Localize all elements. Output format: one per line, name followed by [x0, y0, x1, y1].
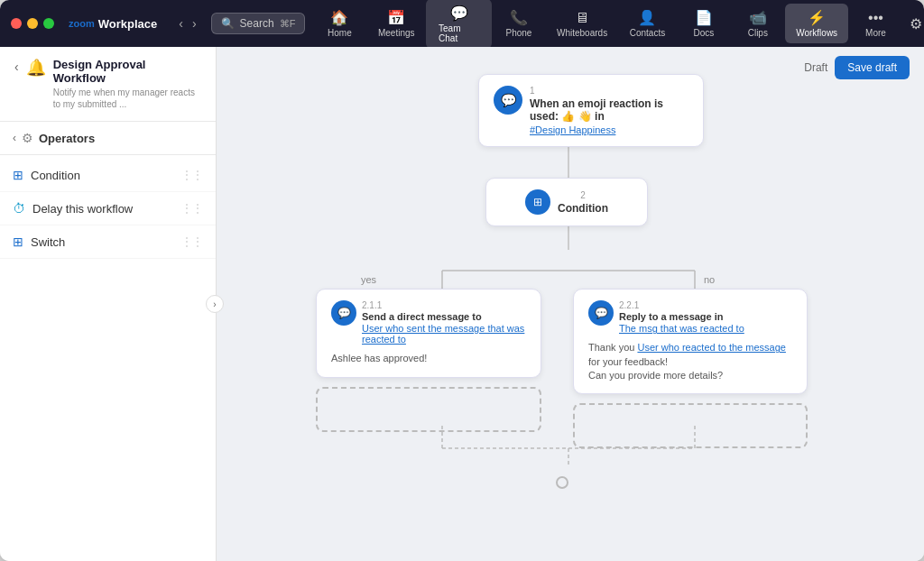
workflow-info: Design Approval Workflow Notify me when … [53, 58, 201, 110]
merge-circle [556, 476, 568, 489]
panel-back-icon[interactable]: ‹ [13, 132, 16, 144]
draft-label: Draft [804, 61, 827, 74]
contacts-icon: 👤 [638, 9, 656, 26]
team-chat-icon: 💬 [450, 5, 468, 22]
tab-whiteboards-label: Whiteboards [557, 28, 607, 38]
drag-handle-delay[interactable]: ⋮⋮ [181, 202, 203, 215]
delay-label: Delay this workflow [32, 202, 174, 216]
titlebar: zoom Workplace ‹ › 🔍 Search ⌘F 🏠 Home 📅 … [0, 0, 924, 47]
panel-toggle[interactable]: › [206, 295, 224, 313]
condition-step: 2 [558, 190, 608, 200]
no-branch-circle: 💬 [588, 300, 614, 326]
no-label: no [704, 274, 715, 285]
condition-circle: ⊞ [525, 189, 550, 215]
search-label: Search [240, 17, 274, 30]
operator-condition[interactable]: ⊞ Condition ⋮⋮ [0, 159, 216, 192]
drag-handle-condition[interactable]: ⋮⋮ [181, 169, 203, 181]
tab-docs-label: Docs [693, 28, 714, 38]
tab-contacts[interactable]: 👤 Contacts [618, 4, 677, 43]
nav-forward-icon[interactable]: › [189, 14, 200, 32]
home-icon: 🏠 [330, 9, 348, 26]
tab-team-chat-label: Team Chat [439, 23, 479, 43]
canvas-area: Draft Save draft [217, 47, 924, 561]
switch-label: Switch [31, 235, 174, 249]
meetings-icon: 📅 [387, 9, 405, 26]
tab-meetings[interactable]: 📅 Meetings [366, 4, 426, 43]
tab-more[interactable]: ••• More [848, 5, 902, 43]
tab-workflows[interactable]: ⚡ Workflows [785, 4, 849, 43]
yes-branch-message: Ashlee has approved! [331, 352, 526, 365]
yes-branch-title: Send a direct message to [362, 310, 526, 323]
search-icon: 🔍 [221, 17, 235, 30]
phone-icon: 📞 [510, 9, 528, 26]
tab-meetings-label: Meetings [378, 28, 415, 38]
back-button[interactable]: ‹ [14, 60, 19, 74]
panel-title: Operators [39, 132, 95, 145]
condition-label: Condition [31, 169, 174, 182]
tab-phone[interactable]: 📞 Phone [492, 4, 546, 43]
yes-label: yes [361, 274, 376, 285]
no-branch-inline-link[interactable]: User who reacted to the message [637, 342, 785, 353]
yes-add-step-box[interactable] [316, 387, 541, 432]
traffic-lights [11, 18, 54, 29]
tab-phone-label: Phone [506, 28, 532, 38]
no-branch-message: Thank you User who reacted to the messag… [588, 341, 792, 382]
brand: zoom Workplace [69, 17, 157, 31]
yes-branch-step: 2.1.1 [362, 300, 526, 310]
condition-content: 2 Condition [558, 190, 608, 215]
operators-icon: ⚙ [22, 131, 33, 145]
left-panel: ‹ 🔔 Design Approval Workflow Notify me w… [0, 47, 217, 561]
no-branch-link[interactable]: The msg that was reacted to [619, 323, 792, 334]
condition-node[interactable]: ⊞ 2 Condition [485, 178, 648, 226]
workflow-desc: Notify me when my manager reacts to my s… [53, 87, 201, 110]
tab-workflows-label: Workflows [796, 28, 837, 38]
workflow-title: Design Approval Workflow [53, 58, 201, 85]
tab-clips-label: Clips [748, 28, 768, 38]
no-add-step-box[interactable] [573, 403, 808, 448]
trigger-node[interactable]: 💬 1 When an emoji reaction is used: 👍 👋 … [478, 74, 704, 147]
operator-switch[interactable]: ⊞ Switch ⋮⋮ [0, 225, 216, 259]
app-window: zoom Workplace ‹ › 🔍 Search ⌘F 🏠 Home 📅 … [0, 0, 924, 561]
switch-icon: ⊞ [13, 235, 23, 249]
search-shortcut: ⌘F [280, 18, 296, 30]
more-icon: ••• [868, 10, 883, 26]
trigger-title: When an emoji reaction is used: 👍 👋 in [530, 97, 688, 123]
titlebar-right: ⚙ ? 🔔 A [910, 11, 924, 36]
workflows-icon: ⚡ [808, 9, 826, 26]
tab-docs[interactable]: 📄 Docs [677, 4, 731, 43]
tab-team-chat[interactable]: 💬 Team Chat [426, 0, 492, 49]
trigger-channel[interactable]: #Design Happiness [530, 124, 688, 135]
search-bar[interactable]: 🔍 Search ⌘F [211, 13, 306, 34]
brand-name: Workplace [98, 17, 158, 31]
drag-handle-switch[interactable]: ⋮⋮ [181, 235, 203, 248]
operator-delay[interactable]: ⏱ Delay this workflow ⋮⋮ [0, 192, 216, 225]
nav-back-icon[interactable]: ‹ [175, 14, 187, 32]
no-branch-step: 2.2.1 [619, 300, 792, 310]
settings-icon[interactable]: ⚙ [910, 15, 922, 32]
maximize-button[interactable] [43, 18, 54, 29]
delay-icon: ⏱ [13, 201, 25, 216]
workflow-icon: 🔔 [26, 58, 46, 78]
docs-icon: 📄 [695, 9, 713, 26]
yes-branch-circle: 💬 [331, 300, 356, 326]
no-branch-content: 2.2.1 Reply to a message in The msg that… [619, 300, 792, 334]
whiteboards-icon: 🖥 [575, 10, 589, 26]
no-branch-title: Reply to a message in [619, 310, 792, 323]
no-branch-node[interactable]: 💬 2.2.1 Reply to a message in The msg th… [573, 289, 808, 448]
save-draft-button[interactable]: Save draft [835, 56, 910, 79]
yes-branch-node[interactable]: 💬 2.1.1 Send a direct message to User wh… [316, 289, 541, 432]
tab-home[interactable]: 🏠 Home [312, 4, 366, 43]
condition-title: Condition [558, 202, 608, 215]
nav-tabs: 🏠 Home 📅 Meetings 💬 Team Chat 📞 Phone 🖥 … [312, 0, 902, 49]
minimize-button[interactable] [27, 18, 38, 29]
content-area: ‹ 🔔 Design Approval Workflow Notify me w… [0, 47, 924, 561]
close-button[interactable] [11, 18, 22, 29]
canvas-topbar: Draft Save draft [790, 47, 924, 88]
yes-branch-link[interactable]: User who sent the message that was react… [362, 323, 526, 345]
workflow-header: ‹ 🔔 Design Approval Workflow Notify me w… [0, 47, 216, 122]
tab-contacts-label: Contacts [630, 28, 665, 38]
tab-clips[interactable]: 📹 Clips [731, 4, 785, 43]
trigger-circle: 💬 [494, 86, 522, 115]
tab-whiteboards[interactable]: 🖥 Whiteboards [546, 5, 618, 43]
yes-branch-content: 2.1.1 Send a direct message to User who … [362, 300, 526, 345]
